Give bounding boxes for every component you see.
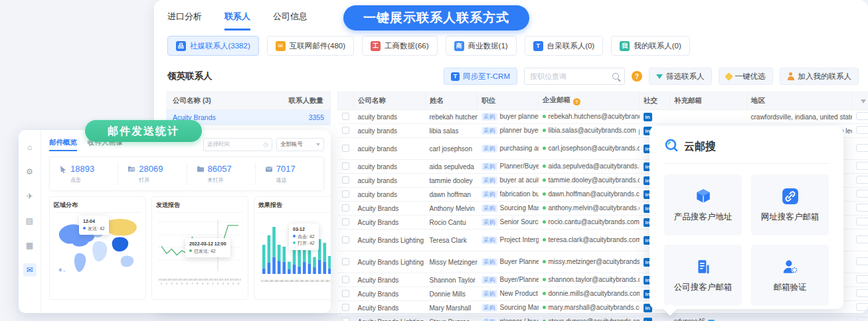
email-stats-summary: 18893点击28069打开86057未打开7017送达 [49, 157, 324, 191]
svg-text:5: 5 [232, 282, 234, 285]
valid-email-dot [543, 129, 546, 132]
mail-icon[interactable]: ✉ [23, 263, 37, 277]
chip-self-collected-contacts[interactable]: T自采联系人(0) [525, 36, 604, 56]
stat-envelope: 7017送达 [256, 162, 323, 185]
role-badge: 采购 [481, 276, 497, 284]
company-cell: acuity brands [354, 138, 426, 160]
gear-icon[interactable]: ⚙ [23, 165, 37, 178]
tile-cube[interactable]: 产品搜客户地址 [664, 174, 742, 235]
email-cell: donnie.mills@acuitybrands.com✓ [539, 287, 640, 301]
chip-my-contacts[interactable]: 我我的联系人(0) [611, 36, 690, 56]
row-checkbox[interactable] [342, 176, 349, 184]
tab-import-analysis[interactable]: 进口分析 [167, 11, 202, 31]
row-checkbox[interactable] [342, 318, 349, 321]
home-icon[interactable]: ⌂ [23, 141, 37, 154]
row-checkbox[interactable] [342, 145, 349, 152]
row-action-button[interactable] [856, 289, 868, 297]
contact-source-chips: 品社媒联系人(3382)✉互联网邮件(480)工工商数据(66)商商业数据(1)… [166, 31, 868, 62]
title-cell: 采购New Product Sourcir [477, 287, 539, 301]
chip-social-contacts[interactable]: 品社媒联系人(3382) [167, 36, 259, 56]
tab-contacts[interactable]: 联系人 [224, 11, 250, 31]
row-checkbox[interactable] [342, 127, 349, 134]
one-click-optimize-button[interactable]: 一键优选 [719, 68, 773, 85]
tile-label: 产品搜客户地址 [674, 212, 733, 223]
social-contacts-icon: 品 [176, 41, 186, 51]
chip-business-registry[interactable]: 工工商数据(66) [362, 36, 437, 56]
cloud-panel-title: 云邮搜 [684, 140, 716, 154]
row-action-button[interactable] [856, 176, 868, 184]
row-select-cell [338, 251, 354, 273]
cloud-mail-logo-icon [664, 138, 679, 155]
report-icon[interactable]: ▦ [23, 239, 37, 252]
send-report-chart: 发送报告03-0103-0203-0303-0403-0503-0603-070… [151, 196, 248, 300]
email-verify-icon[interactable]: ✓ [639, 129, 640, 135]
row-select-cell [338, 188, 354, 202]
row-action-button[interactable] [856, 235, 868, 243]
linkedin-icon[interactable]: in [644, 318, 652, 321]
row-action-button[interactable] [856, 303, 868, 311]
send-icon[interactable]: ✈ [23, 190, 37, 203]
filter-contacts-button[interactable]: 筛选联系人 [649, 68, 712, 85]
row-checkbox[interactable] [342, 162, 349, 170]
stat-click: 18893点击 [50, 162, 118, 185]
email-panel-tab-0[interactable]: 邮件概览 [49, 138, 77, 151]
stat-value: 86057 [197, 164, 246, 174]
row-action-button[interactable] [856, 218, 868, 225]
tile-link[interactable]: 网址搜客户邮箱 [751, 174, 829, 235]
search-icon[interactable] [612, 73, 619, 80]
date-placeholder: 选择时间 [207, 141, 230, 149]
column-filter-icon[interactable] [861, 99, 866, 103]
linkedin-icon[interactable]: in [644, 113, 652, 121]
row-checkbox[interactable] [342, 236, 349, 243]
row-select-cell [338, 160, 354, 174]
tile-verify-person[interactable]: 邮箱验证 [751, 245, 829, 306]
add-to-my-contacts-button[interactable]: 加入我的联系人 [780, 68, 859, 85]
row-action-button[interactable] [856, 126, 868, 134]
valid-email-dot [543, 260, 546, 263]
row-checkbox[interactable] [342, 258, 349, 265]
action-cell [852, 216, 868, 229]
row-action-button[interactable] [856, 204, 868, 212]
row-action-button[interactable] [856, 317, 868, 321]
company-cell: acuity brands [354, 160, 426, 174]
col-header-6: 地区 [747, 92, 852, 110]
cube-icon [695, 188, 712, 205]
row-checkbox[interactable] [342, 218, 349, 225]
role-badge: 采购 [481, 176, 497, 184]
chip-internet-email[interactable]: ✉互联网邮件(480) [267, 36, 354, 56]
extra-email-cell [670, 110, 747, 124]
social-cell: in [640, 110, 670, 124]
position-search-input[interactable] [530, 72, 608, 80]
name-cell: dawn hoffman [426, 188, 477, 202]
date-range-picker[interactable]: 选择时间 ◷ [203, 138, 272, 151]
tile-company[interactable]: 公司搜客户邮箱 [664, 245, 742, 306]
row-action-button[interactable] [856, 162, 868, 170]
row-checkbox[interactable] [342, 113, 349, 120]
tab-company-info[interactable]: 公司信息 [273, 11, 307, 31]
tile-label: 公司搜客户邮箱 [674, 282, 733, 293]
row-checkbox[interactable] [342, 190, 349, 198]
row-checkbox[interactable] [342, 304, 349, 311]
row-checkbox[interactable] [342, 276, 349, 283]
title-cell: 采购Project Intergration [477, 229, 539, 251]
row-action-button[interactable] [856, 112, 868, 120]
briefcase-icon[interactable]: ▤ [23, 214, 37, 227]
chip-label: 自采联系人(0) [547, 41, 595, 51]
row-checkbox[interactable] [342, 204, 349, 212]
chip-commercial-data[interactable]: 商商业数据(1) [446, 36, 517, 56]
company-name-header: 公司名称 (3) [173, 96, 211, 105]
account-select[interactable]: 全部账号 [276, 138, 324, 151]
email-tip-icon[interactable]: ? [573, 98, 580, 105]
sync-tcrm-button[interactable]: T 同步至T-CRM [444, 68, 517, 85]
email-cell: carl.josephson@acuitybrands.com✓ [539, 138, 640, 160]
row-action-button[interactable] [856, 257, 868, 265]
row-action-button[interactable] [856, 144, 868, 152]
title-cell: 采购Buyer Planner [477, 251, 539, 273]
name-cell: Steve Dupree [426, 315, 477, 321]
valid-email-dot [543, 238, 546, 241]
row-action-button[interactable] [856, 275, 868, 283]
row-action-button[interactable] [856, 190, 868, 198]
row-checkbox[interactable] [342, 290, 349, 297]
help-coin-icon[interactable]: ? [632, 71, 642, 82]
svg-text:8: 8 [197, 282, 199, 285]
